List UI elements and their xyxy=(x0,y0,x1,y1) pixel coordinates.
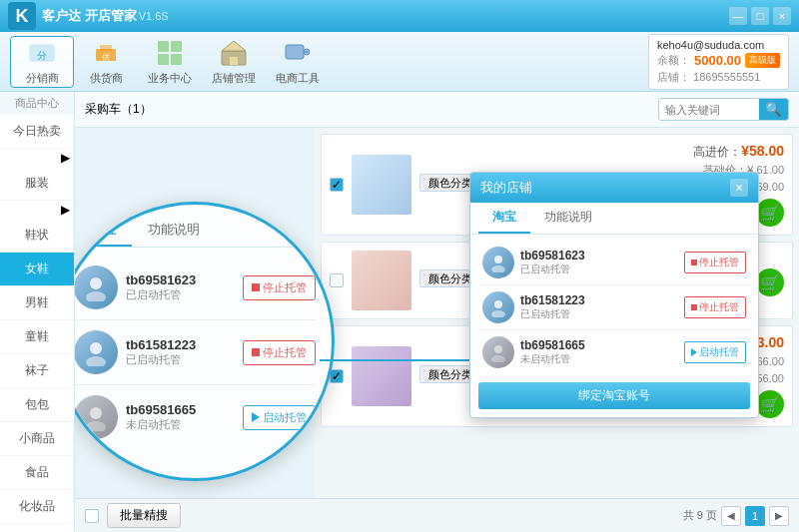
store-avatar-1 xyxy=(75,266,118,309)
sidebar-item-shoes[interactable]: 鞋状 xyxy=(0,219,74,253)
modal-store-2: tb61581223 已启动托管 停止托管 xyxy=(478,285,750,330)
spotlight-overlay: 淘宝 功能说明 tb69581623 已启动托管 停止托管 xyxy=(75,202,335,481)
vip-badge: 高级版 xyxy=(745,53,780,68)
toolbar-label-gys: 供货商 xyxy=(90,71,123,86)
svg-rect-6 xyxy=(171,41,182,52)
store-name-2: tb61581223 xyxy=(126,337,196,352)
svg-point-15 xyxy=(90,277,102,289)
ywzx-icon xyxy=(154,37,186,69)
sidebar-item-electronics[interactable]: 电子产品 xyxy=(0,524,74,532)
spotlight-store-2: tb61581223 已启动托管 停止托管 xyxy=(75,320,316,385)
sidebar-expand-clothing[interactable]: ▶ xyxy=(0,149,74,167)
toolbar-label-fxs: 分销商 xyxy=(26,71,59,86)
modal-store-name-1: tb69581623 xyxy=(520,249,585,263)
sidebar-item-socks[interactable]: 袜子 xyxy=(0,354,74,388)
select-all-checkbox[interactable] xyxy=(85,509,99,523)
checkbox-1[interactable]: ✓ xyxy=(330,178,344,192)
toolbar-item-fxs[interactable]: 分 分销商 xyxy=(10,36,74,88)
svg-marker-10 xyxy=(222,41,246,51)
page-current: 1 xyxy=(745,506,765,526)
checkbox-2[interactable] xyxy=(330,273,344,287)
modal-tab-help[interactable]: 功能说明 xyxy=(530,203,606,234)
balance-value: 5000.00 xyxy=(694,53,741,68)
modal-store-status-2: 已启动托管 xyxy=(520,307,585,321)
toolbar-item-ywzx[interactable]: 业务中心 xyxy=(138,36,202,88)
cart-btn-3[interactable]: 🛒 xyxy=(756,390,784,418)
store-info-1: tb69581623 已启动托管 xyxy=(126,272,196,302)
shop-label: 店铺： xyxy=(657,71,690,83)
svg-point-18 xyxy=(86,356,106,366)
modal-title-bar: 我的店铺 × xyxy=(470,173,758,203)
modal-store-status-1: 已启动托管 xyxy=(520,263,585,276)
modal-start-btn-3[interactable]: 启动托管 xyxy=(684,341,746,363)
page-next-btn[interactable]: ▶ xyxy=(769,506,789,526)
app-logo: K xyxy=(8,2,36,30)
sidebar-item-goods[interactable]: 小商品 xyxy=(0,422,74,456)
stop-btn-1[interactable]: 停止托管 xyxy=(243,275,316,300)
svg-point-17 xyxy=(90,342,102,354)
modal-store-1: tb69581623 已启动托管 停止托管 xyxy=(478,241,750,285)
modal-avatar-1 xyxy=(482,247,514,278)
close-button[interactable]: × xyxy=(773,7,791,25)
toolbar-label-dpgl: 店铺管理 xyxy=(212,71,256,86)
filter-bar: 采购车（1） 🔍 xyxy=(75,92,799,128)
svg-point-20 xyxy=(86,421,106,431)
modal-store-name-3: tb69581665 xyxy=(520,338,585,352)
spotlight-store-1: tb69581623 已启动托管 停止托管 xyxy=(75,256,316,320)
store-status-1: 已启动托管 xyxy=(126,287,196,302)
spotlight-tab-taobao[interactable]: 淘宝 xyxy=(75,215,132,247)
sidebar-item-food[interactable]: 食品 xyxy=(0,456,74,490)
modal-close-button[interactable]: × xyxy=(730,179,748,197)
search-input[interactable] xyxy=(659,101,759,119)
user-email: keho4u@sududa.com xyxy=(657,39,780,51)
search-button[interactable]: 🔍 xyxy=(759,99,788,120)
sidebar-item-women-shoes[interactable]: 女鞋 xyxy=(0,253,74,286)
sidebar-item-men-shoes[interactable]: 男鞋 xyxy=(0,286,74,320)
restore-button[interactable]: □ xyxy=(751,7,769,25)
high-price-1: ¥58.00 xyxy=(741,143,784,159)
svg-text:供: 供 xyxy=(102,53,110,62)
toolbar-item-dsgj[interactable]: 电商工具 xyxy=(266,36,330,88)
svg-point-21 xyxy=(494,256,502,264)
cart-btn-2[interactable]: 🛒 xyxy=(756,268,784,296)
checkbox-3[interactable]: ✓ xyxy=(330,369,344,383)
toolbar-item-gys[interactable]: 供 供货商 xyxy=(74,36,138,88)
content-area: 采购车（1） 🔍 淘宝 功能说明 tb69581623 xyxy=(75,92,799,532)
svg-point-22 xyxy=(491,266,505,272)
spotlight-tabs: 淘宝 功能说明 xyxy=(75,215,316,248)
modal-bind-button[interactable]: 绑定淘宝账号 xyxy=(478,382,750,409)
app-title: 客户达 开店管家 xyxy=(42,7,137,25)
modal-stop-btn-1[interactable]: 停止托管 xyxy=(684,252,746,273)
toolbar-label-ywzx: 业务中心 xyxy=(148,71,192,86)
sidebar-item-cosmetics[interactable]: 化妆品 xyxy=(0,490,74,524)
user-info-panel: keho4u@sududa.com 余额： 5000.00 高级版 店铺： 18… xyxy=(648,34,789,90)
sidebar-item-today[interactable]: 今日热卖 xyxy=(0,115,74,149)
sidebar-item-bags[interactable]: 包包 xyxy=(0,388,74,422)
modal-avatar-3 xyxy=(482,336,514,368)
spotlight-tab-help[interactable]: 功能说明 xyxy=(132,215,216,247)
my-stores-modal: 我的店铺 × 淘宝 功能说明 tb69581623 已启动托管 xyxy=(469,172,759,418)
minimize-button[interactable]: — xyxy=(729,7,747,25)
batch-search-button[interactable]: 批量精搜 xyxy=(107,503,181,528)
start-btn-3[interactable]: 启动托管 xyxy=(243,405,316,430)
modal-stop-btn-2[interactable]: 停止托管 xyxy=(684,296,746,318)
sidebar-item-kids[interactable]: 童鞋 xyxy=(0,320,74,354)
cart-btn-1[interactable]: 🛒 xyxy=(756,199,784,227)
modal-tab-taobao[interactable]: 淘宝 xyxy=(478,203,530,234)
main-layout: 商品中心 今日热卖 ▶ 服装 ▶ 鞋状 女鞋 男鞋 童鞋 袜子 包包 小商品 xyxy=(0,92,799,532)
toolbar-item-dpgl[interactable]: 店铺管理 xyxy=(202,36,266,88)
svg-rect-11 xyxy=(230,57,238,65)
sidebar-expand-shoes[interactable]: ▶ xyxy=(0,201,74,219)
svg-point-23 xyxy=(494,300,502,308)
fxs-icon: 分 xyxy=(26,37,58,69)
sidebar-item-clothing[interactable]: 服装 xyxy=(0,167,74,201)
balance-label: 余额： xyxy=(657,53,690,68)
page-prev-btn[interactable]: ◀ xyxy=(721,506,741,526)
gys-icon: 供 xyxy=(90,37,122,69)
modal-avatar-2 xyxy=(482,291,514,323)
spotlight-content: 淘宝 功能说明 tb69581623 已启动托管 停止托管 xyxy=(75,205,332,465)
shop-id: 18695555551 xyxy=(693,71,760,83)
product-thumb-1 xyxy=(352,155,411,215)
svg-point-19 xyxy=(90,407,102,419)
stop-btn-2[interactable]: 停止托管 xyxy=(243,340,316,365)
